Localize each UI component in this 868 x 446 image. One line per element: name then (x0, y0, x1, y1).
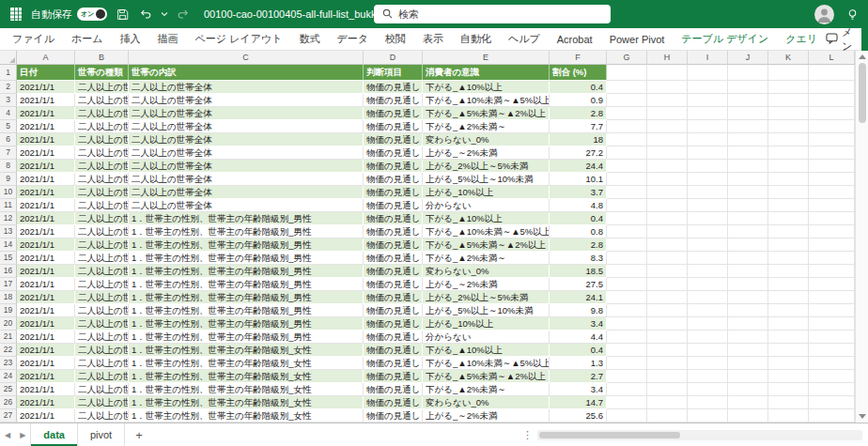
cell[interactable] (607, 304, 647, 317)
cell[interactable]: 2021/1/1 (17, 160, 75, 173)
cell[interactable]: 二人以上の世帯 (75, 238, 129, 252)
cell[interactable]: 0.8 (550, 225, 607, 238)
cell[interactable]: 二人以上の世帯 (75, 344, 129, 357)
cell[interactable]: 1．世帯主の性別、世帯主の年齢階級別_男性 (129, 238, 364, 252)
cell[interactable]: 上がる_10%以上 (423, 317, 550, 331)
cell[interactable]: 下がる_▲10%以上 (423, 344, 550, 357)
cell[interactable]: 1．世帯主の性別、世帯主の年齢階級別_男性 (129, 278, 364, 291)
cell[interactable] (768, 317, 809, 331)
cell[interactable]: 下がる_▲10%未満～▲5%以上 (423, 225, 550, 238)
cell[interactable]: 2021/1/1 (17, 225, 75, 238)
cell[interactable]: 物価の見通し (364, 383, 423, 396)
cell[interactable]: 0.4 (550, 212, 607, 225)
cell[interactable]: 物価の見通し (364, 278, 423, 291)
cell[interactable]: 2.8 (550, 107, 607, 120)
cell[interactable]: 3.7 (550, 186, 607, 199)
row-header-19[interactable]: 19 (0, 304, 17, 317)
row-header-12[interactable]: 12 (0, 212, 17, 225)
row-header-23[interactable]: 23 (0, 357, 17, 370)
cell[interactable] (688, 331, 728, 344)
cell[interactable]: 1．世帯主の性別、世帯主の年齢階級別_男性 (129, 304, 364, 317)
row-header-21[interactable]: 21 (0, 331, 17, 344)
cell[interactable] (768, 199, 809, 212)
cell[interactable] (647, 317, 688, 331)
cell[interactable] (728, 357, 768, 370)
cell[interactable] (647, 146, 688, 160)
cell[interactable] (768, 146, 809, 160)
cell[interactable]: 上がる_5%以上～10%未満 (423, 304, 550, 317)
cell[interactable] (647, 238, 688, 252)
row-header-13[interactable]: 13 (0, 225, 17, 238)
column-header-A[interactable]: A (17, 51, 75, 65)
cell[interactable]: 下がる_▲2%未満～ (423, 252, 550, 265)
cell[interactable]: 分からない (423, 331, 550, 344)
cell[interactable]: 下がる_▲10%未満～▲5%以上 (423, 94, 550, 107)
cell[interactable] (809, 212, 855, 225)
cell[interactable]: 上がる_5%以上～10%未満 (423, 173, 550, 186)
cell[interactable]: 下がる_▲5%未満～▲2%以上 (423, 370, 550, 383)
cell[interactable] (768, 357, 809, 370)
ribbon-tab[interactable]: 数式 (290, 28, 328, 50)
cell[interactable] (647, 252, 688, 265)
user-avatar[interactable] (814, 5, 834, 24)
cell[interactable]: 10.1 (550, 173, 607, 186)
cell[interactable] (809, 278, 855, 291)
cell[interactable] (688, 107, 728, 120)
cell[interactable] (607, 278, 647, 291)
cell[interactable] (647, 344, 688, 357)
cell[interactable] (688, 344, 728, 357)
cell[interactable]: 物価の見通し (364, 317, 423, 331)
cell[interactable]: 物価の見通し (364, 173, 423, 186)
cell[interactable] (768, 304, 809, 317)
row-header-15[interactable]: 15 (0, 252, 17, 265)
cell[interactable] (688, 212, 728, 225)
column-header-B[interactable]: B (75, 51, 129, 65)
cell[interactable]: 物価の見通し (364, 252, 423, 265)
cell[interactable]: 変わらない_0% (423, 133, 550, 146)
undo-dropdown-chevron[interactable] (161, 11, 168, 17)
cell[interactable] (728, 199, 768, 212)
cell[interactable]: 2021/1/1 (17, 107, 75, 120)
cell[interactable]: 二人以上の世帯 (75, 94, 129, 107)
cell[interactable] (768, 94, 809, 107)
cell[interactable] (809, 65, 855, 81)
cell[interactable] (607, 252, 647, 265)
cell[interactable] (768, 252, 809, 265)
cell[interactable] (647, 186, 688, 199)
cell[interactable] (607, 107, 647, 120)
cell[interactable] (768, 396, 809, 409)
row-header-17[interactable]: 17 (0, 278, 17, 291)
cell[interactable]: 25.6 (550, 409, 607, 423)
column-header-G[interactable]: G (607, 51, 647, 65)
cell[interactable] (809, 146, 855, 160)
cell[interactable]: 二人以上の世帯 (75, 265, 129, 278)
cell[interactable] (607, 146, 647, 160)
cell[interactable]: 二人以上の世帯 (75, 186, 129, 199)
row-header-7[interactable]: 7 (0, 146, 17, 160)
column-header-K[interactable]: K (768, 51, 809, 65)
cell[interactable]: 下がる_▲10%未満～▲5%以上 (423, 357, 550, 370)
cell[interactable]: 1．世帯主の性別、世帯主の年齢階級別_男性 (129, 291, 364, 304)
cell[interactable] (647, 133, 688, 146)
cell[interactable]: 二人以上の世帯 (75, 173, 129, 186)
cell[interactable]: 2021/1/1 (17, 252, 75, 265)
row-header-6[interactable]: 6 (0, 133, 17, 146)
cell[interactable]: 物価の見通し (364, 291, 423, 304)
row-header-22[interactable]: 22 (0, 344, 17, 357)
cell[interactable] (768, 409, 809, 423)
cell[interactable] (647, 409, 688, 423)
cell[interactable] (607, 199, 647, 212)
sheet-prev-arrow[interactable]: ◀ (0, 431, 15, 439)
cell[interactable] (607, 383, 647, 396)
save-icon[interactable] (114, 6, 131, 23)
cell[interactable]: 2021/1/1 (17, 212, 75, 225)
horizontal-scrollbar-thumb[interactable] (539, 432, 680, 438)
row-header-4[interactable]: 4 (0, 107, 17, 120)
cell[interactable] (768, 186, 809, 199)
cell[interactable]: 2021/1/1 (17, 409, 75, 423)
cell[interactable] (728, 120, 768, 133)
cell[interactable] (647, 173, 688, 186)
cell[interactable] (768, 344, 809, 357)
cell[interactable] (809, 344, 855, 357)
cell[interactable]: 2021/1/1 (17, 278, 75, 291)
